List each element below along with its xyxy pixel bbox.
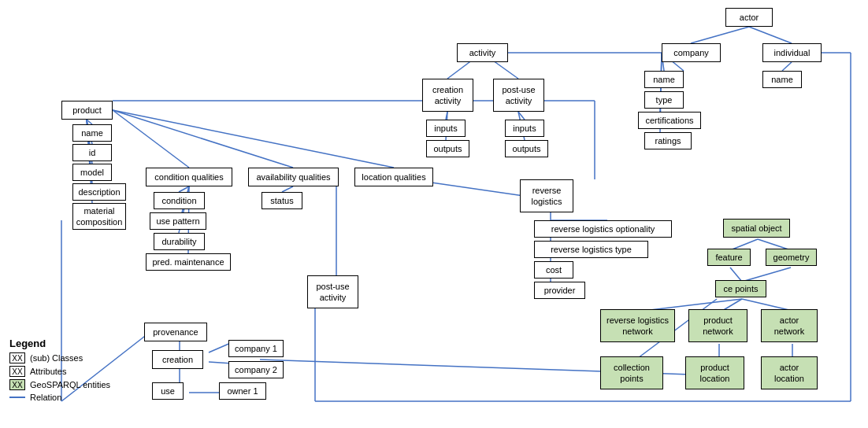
company-type-node: type (644, 91, 684, 109)
product-matcomp-node: material composition (72, 203, 126, 230)
product-name-node: name (72, 124, 112, 142)
use-pattern-node: use pattern (150, 212, 206, 230)
svg-line-0 (691, 27, 749, 43)
actor-node: actor (725, 8, 773, 27)
product-network-node: product network (688, 309, 747, 342)
legend-attributes: XX Attributes (9, 366, 110, 377)
legend-subclasses-box: XX (9, 352, 25, 363)
collection-points-node: collection points (600, 356, 663, 389)
rl-cost-node: cost (534, 261, 573, 279)
ca-inputs-node: inputs (426, 120, 466, 137)
pua-outputs-node: outputs (505, 140, 548, 157)
company1-node: company 1 (228, 340, 284, 357)
ca-outputs-node: outputs (426, 140, 469, 157)
condition-node: condition (154, 192, 205, 209)
post-use-activity-bot-node: post-use activity (307, 275, 358, 308)
svg-line-19 (113, 110, 293, 168)
creation-node: creation (152, 350, 203, 369)
pred-maintenance-node: pred. maintenance (146, 253, 231, 271)
creation-activity-node: creation activity (422, 79, 473, 112)
product-node: product (61, 101, 113, 120)
svg-line-9 (446, 112, 447, 120)
product-location-node: product location (685, 356, 744, 389)
legend-title: Legend (9, 338, 110, 349)
durability-node: durability (154, 233, 205, 250)
legend-relation-label: Relation (30, 393, 61, 402)
legend: Legend XX (sub) Classes XX Attributes XX… (9, 338, 110, 404)
rl-network-node: reverse logistics network (600, 309, 675, 342)
location-qualities-node: location qualities (354, 168, 433, 186)
feature-node: feature (707, 249, 751, 266)
svg-line-25 (282, 186, 293, 192)
spatial-object-node: spatial object (723, 219, 790, 238)
legend-attributes-label: Attributes (30, 367, 66, 376)
status-node: status (262, 192, 302, 209)
post-use-activity-top-node: post-use activity (493, 79, 544, 112)
individual-node: individual (762, 43, 822, 62)
company-ratings-node: ratings (644, 132, 692, 149)
product-model-node: model (72, 164, 112, 181)
legend-subclasses-label: (sub) Classes (30, 353, 83, 363)
rl-provider-node: provider (534, 282, 585, 299)
legend-relation-line (9, 397, 25, 398)
ce-points-node: ce points (715, 280, 766, 297)
svg-line-1 (749, 27, 792, 43)
company-name-node: name (644, 71, 684, 88)
owner1-node: owner 1 (219, 382, 266, 400)
svg-line-20 (113, 110, 394, 168)
product-id-node: id (72, 144, 112, 161)
company-node: company (662, 43, 721, 62)
legend-attributes-box: XX (9, 366, 25, 377)
legend-geosparql-label: GeoSPARQL entities (30, 380, 110, 389)
pua-inputs-node: inputs (505, 120, 544, 137)
rl-type-node: reverse logistics type (534, 241, 648, 258)
svg-line-52 (782, 62, 792, 71)
condition-qualities-node: condition qualities (146, 168, 232, 186)
svg-line-21 (179, 186, 189, 192)
legend-relation: Relation (9, 393, 110, 402)
actor-network-node: actor network (761, 309, 818, 342)
availability-qualities-node: availability qualities (248, 168, 339, 186)
activity-node: activity (457, 43, 508, 62)
company2-node: company 2 (228, 361, 284, 378)
geometry-node: geometry (766, 249, 817, 266)
svg-line-11 (518, 112, 525, 120)
company-cert-node: certifications (638, 112, 701, 129)
legend-subclasses: XX (sub) Classes (9, 352, 110, 363)
reverse-logistics-node: reverse logistics (520, 179, 573, 212)
diagram: actor company individual name type certi… (0, 0, 868, 428)
legend-geosparql: XX GeoSPARQL entities (9, 379, 110, 390)
rl-optionality-node: reverse logistics optionality (534, 220, 672, 238)
actor-location-node: actor location (761, 356, 818, 389)
product-desc-node: description (72, 183, 126, 201)
individual-name-node: name (762, 71, 802, 88)
svg-line-18 (113, 110, 189, 168)
provenance-node: provenance (144, 323, 207, 341)
use-node: use (152, 382, 184, 400)
legend-geosparql-box: XX (9, 379, 25, 390)
